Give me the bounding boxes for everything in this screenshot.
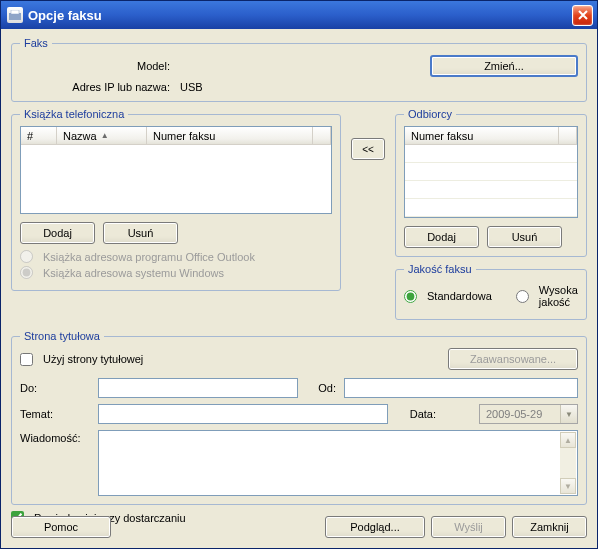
quality-standard-option[interactable]: Standardowa [404,290,492,303]
radio-outlook-label: Książka adresowa programu Office Outlook [43,251,255,263]
sort-asc-icon: ▲ [101,131,109,140]
close-button[interactable]: Zamknij [512,516,587,538]
change-button[interactable]: Zmień... [430,55,578,77]
from-label: Od: [306,382,336,394]
message-input[interactable]: ▲ ▼ [98,430,578,496]
table-row [405,163,577,181]
phonebook-col-name[interactable]: Nazwa▲ [57,127,147,144]
coverpage-group: Strona tytułowa Użyj strony tytułowej Za… [11,330,587,505]
model-label: Model: [20,60,170,72]
to-input[interactable] [98,378,298,398]
address-value: USB [180,81,203,93]
recipients-add-button[interactable]: Dodaj [404,226,479,248]
fax-options-window: Opcje faksu Faks Model: Zmień... Adres I… [0,0,598,549]
scroll-up-icon[interactable]: ▲ [560,432,576,448]
app-icon [7,7,23,23]
phonebook-col-fax[interactable]: Numer faksu [147,127,313,144]
phonebook-group: Książka telefoniczna # Nazwa▲ Numer faks… [11,108,341,291]
coverpage-legend: Strona tytułowa [20,330,104,342]
scroll-down-icon[interactable]: ▼ [560,478,576,494]
phonebook-list[interactable]: # Nazwa▲ Numer faksu [20,126,332,214]
use-coverpage-option[interactable]: Użyj strony tytułowej [20,353,143,366]
subject-label: Temat: [20,408,90,420]
use-coverpage-checkbox[interactable] [20,353,33,366]
date-picker[interactable]: 2009-05-29 ▼ [479,404,578,424]
preview-button[interactable]: Podgląd... [325,516,425,538]
radio-windows-label: Książka adresowa systemu Windows [43,267,224,279]
from-input[interactable] [344,378,578,398]
date-label: Data: [396,408,436,420]
recipients-group: Odbiorcy Numer faksu [395,108,587,257]
close-icon[interactable] [572,5,593,26]
radio-outlook [20,250,33,263]
recipients-list[interactable]: Numer faksu [404,126,578,218]
message-label: Wiadomość: [20,430,90,444]
window-title: Opcje faksu [28,8,102,23]
table-row [405,181,577,199]
phonebook-add-button[interactable]: Dodaj [20,222,95,244]
scrollbar[interactable]: ▲ ▼ [560,432,576,494]
fax-legend: Faks [20,37,52,49]
recipients-delete-button[interactable]: Usuń [487,226,562,248]
quality-legend: Jakość faksu [404,263,476,275]
quality-high-option[interactable]: Wysoka jakość [516,284,578,308]
recipients-legend: Odbiorcy [404,108,456,120]
move-left-button[interactable]: << [351,138,385,160]
phonebook-delete-button[interactable]: Usuń [103,222,178,244]
date-value: 2009-05-29 [480,408,560,420]
recipients-col-fax[interactable]: Numer faksu [405,127,559,144]
table-row [405,145,577,163]
to-label: Do: [20,382,90,394]
fax-group: Faks Model: Zmień... Adres IP lub nazwa:… [11,37,587,102]
quality-high-radio[interactable] [516,290,529,303]
chevron-down-icon[interactable]: ▼ [560,405,577,423]
address-label: Adres IP lub nazwa: [20,81,170,93]
quality-standard-radio[interactable] [404,290,417,303]
quality-group: Jakość faksu Standardowa Wysoka jakość [395,263,587,320]
radio-windows [20,266,33,279]
svg-rect-1 [11,10,19,14]
subject-input[interactable] [98,404,388,424]
help-button[interactable]: Pomoc [11,516,111,538]
phonebook-legend: Książka telefoniczna [20,108,128,120]
advanced-button[interactable]: Zaawansowane... [448,348,578,370]
phonebook-col-num[interactable]: # [21,127,57,144]
titlebar: Opcje faksu [1,1,597,29]
table-row [405,199,577,217]
send-button[interactable]: Wyślij [431,516,506,538]
